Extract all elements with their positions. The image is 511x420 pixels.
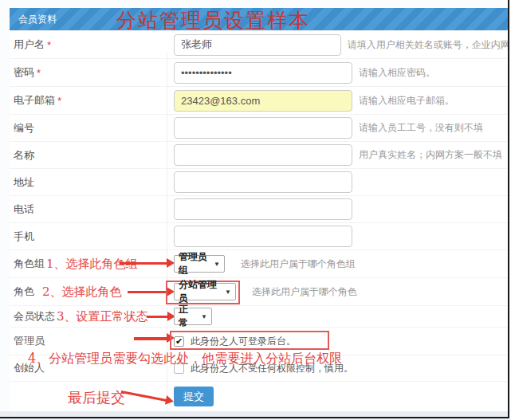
address-label: 地址 bbox=[14, 175, 34, 190]
required-asterisk: * bbox=[37, 67, 41, 79]
mobile-label: 手机 bbox=[14, 230, 34, 244]
role-select[interactable]: 分站管理员 ▼ bbox=[174, 283, 236, 300]
member-status-label: 会员状态 bbox=[14, 309, 55, 324]
row-member-status: 会员状态 3、设置正常状态 正常 ▼ bbox=[10, 305, 508, 327]
member-info-panel: 会员资料 分站管理员设置样本 用户名* 请填入用户相关姓名或账号，企业内网方 密… bbox=[10, 8, 508, 411]
window: 会员资料 分站管理员设置样本 用户名* 请填入用户相关姓名或账号，企业内网方 密… bbox=[0, 0, 511, 420]
username-input[interactable] bbox=[174, 34, 341, 56]
window-border-bottom bbox=[0, 417, 509, 418]
annotation-arrow-step1 bbox=[120, 262, 167, 265]
role-group-select[interactable]: 管理员组 ▼ bbox=[174, 255, 225, 273]
address-input[interactable] bbox=[174, 171, 352, 193]
window-border-right bbox=[508, 0, 509, 418]
row-address: 地址 bbox=[10, 168, 508, 195]
admin-login-checkbox-label: 此身份之人可登录后台。 bbox=[191, 335, 296, 348]
employee-number-hint: 请输入员工工号，没有则不填 bbox=[359, 121, 483, 135]
email-hint: 请输入相应电子邮箱。 bbox=[359, 94, 454, 108]
annotation-step4-text: 4、分站管理员需要勾选此处，他需要进入分站后台权限 bbox=[28, 351, 342, 367]
annotation-final-text: 最后提交 bbox=[68, 388, 125, 407]
annotation-arrow-step4 bbox=[134, 337, 167, 340]
panel-title: 会员资料 bbox=[18, 13, 57, 26]
mobile-input[interactable] bbox=[174, 226, 352, 247]
row-role-group: 角色组 1、选择此角色组 管理员组 ▼ 选择此用户属于哪个角色组 bbox=[10, 249, 508, 277]
email-label: 电子邮箱 bbox=[14, 93, 55, 108]
row-password: 密码* 请输入相应密码。 bbox=[10, 58, 508, 86]
admin-login-checkbox[interactable]: ✔ bbox=[174, 336, 184, 347]
annotation-step3: 3、设置正常状态 bbox=[57, 309, 148, 324]
row-username: 用户名* 请填入用户相关姓名或账号，企业内网方 bbox=[10, 30, 508, 58]
employee-number-label: 编号 bbox=[14, 121, 34, 135]
row-employee-number: 编号 请输入员工工号，没有则不填 bbox=[10, 114, 508, 141]
username-hint: 请填入用户相关姓名或账号，企业内网方 bbox=[348, 38, 508, 52]
real-name-hint: 用户真实姓名；内网方案一般不填 bbox=[359, 148, 502, 162]
employee-number-input[interactable] bbox=[174, 117, 352, 139]
annotation-arrow-step3 bbox=[147, 316, 168, 318]
member-status-select[interactable]: 正常 ▼ bbox=[174, 308, 212, 325]
panel-header: 会员资料 分站管理员设置样本 bbox=[10, 8, 508, 30]
role-group-hint: 选择此用户属于哪个角色组 bbox=[241, 257, 356, 271]
row-email: 电子邮箱* 请输入相应电子邮箱。 bbox=[10, 86, 508, 114]
required-asterisk: * bbox=[57, 95, 61, 107]
real-name-label: 名称 bbox=[14, 148, 34, 163]
chevron-down-icon: ▼ bbox=[214, 261, 220, 268]
submit-button[interactable]: 提交 bbox=[174, 387, 214, 406]
chevron-down-icon: ▼ bbox=[201, 313, 207, 320]
email-input[interactable] bbox=[174, 90, 352, 112]
phone-input[interactable] bbox=[174, 198, 352, 220]
row-real-name: 名称 用户真实姓名；内网方案一般不填 bbox=[10, 141, 508, 168]
row-phone: 电话 bbox=[10, 195, 508, 222]
annotation-arrow-step2 bbox=[128, 291, 167, 293]
username-label: 用户名 bbox=[14, 37, 45, 52]
chevron-down-icon: ▼ bbox=[225, 289, 231, 296]
real-name-input[interactable] bbox=[174, 144, 352, 166]
required-asterisk: * bbox=[47, 39, 51, 51]
role-hint: 选择此用户属于哪个角色 bbox=[252, 285, 357, 299]
role-group-label: 角色组 bbox=[14, 257, 45, 271]
password-label: 密码 bbox=[14, 65, 34, 80]
footer-band bbox=[0, 411, 508, 417]
row-mobile: 手机 bbox=[10, 222, 508, 249]
phone-label: 电话 bbox=[14, 202, 34, 217]
row-role: 角色 2、选择此角色 分站管理员 ▼ 选择此用户属于哪个角色 bbox=[10, 277, 508, 305]
role-label: 角色 bbox=[14, 285, 34, 299]
annotation-step2: 2、选择此角色 bbox=[42, 285, 122, 300]
administrator-label: 管理员 bbox=[14, 334, 45, 348]
password-input[interactable] bbox=[174, 62, 352, 84]
password-hint: 请输入相应密码。 bbox=[359, 66, 435, 80]
